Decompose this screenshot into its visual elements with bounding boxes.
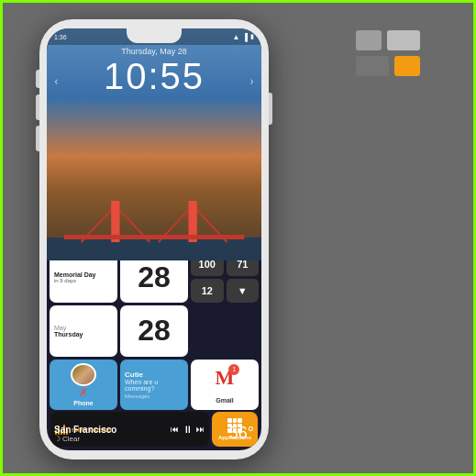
apps-dot-3 (238, 418, 242, 423)
phone-mockup: 1:36 ▲ ▐ ▮ (39, 19, 269, 459)
phone-app-widget[interactable]: ✗ Phone (50, 360, 117, 410)
gmail-badge: 1 (228, 364, 239, 375)
bridge-illustration (47, 196, 261, 260)
month-day-widget[interactable]: May Thursday (50, 305, 117, 356)
stat-widget-4[interactable]: ▼ (227, 279, 260, 303)
day-number: 28 (138, 260, 171, 294)
message-text: When are u comming? (125, 379, 183, 392)
contact-avatar (71, 363, 96, 386)
day-number-2: 28 (138, 314, 171, 348)
city-label: San Francisco (54, 425, 116, 435)
notch (127, 28, 182, 43)
status-left: 1:36 (54, 34, 67, 40)
volume-up-button (36, 70, 39, 88)
stat-4-value: ▼ (238, 285, 248, 296)
svg-rect-0 (47, 238, 261, 260)
side-button (269, 93, 272, 125)
app-logo (356, 30, 448, 104)
date-display: Thursday, May 28 (47, 47, 261, 56)
day-label: Thursday (54, 331, 113, 338)
message-sender: Cutie (125, 371, 183, 379)
gmail-icon-wrap: M 1 (216, 366, 235, 390)
date-number-widget-2[interactable]: 28 (120, 305, 188, 356)
messages-app-widget[interactable]: Cutie When are u comming? Messages (120, 360, 188, 410)
left-arrow-icon[interactable]: ‹ (54, 74, 59, 89)
empty-cell (191, 305, 259, 356)
condition-label: ☽ Clear (54, 435, 116, 443)
messages-app-label: Messages (125, 393, 183, 399)
month-label: May (54, 325, 113, 331)
stat-3-value: 12 (202, 285, 213, 296)
logo-block-2 (387, 30, 420, 50)
widget-grid: Memorial Day in 9 days 28 100 71 12 ▼ (50, 252, 259, 410)
logo-block-1 (356, 30, 382, 50)
missed-call-icon: ✗ (79, 386, 88, 400)
wifi-icon: ▲ (232, 33, 239, 41)
right-arrow-icon[interactable]: › (249, 74, 254, 89)
status-time: 1:36 (54, 34, 67, 40)
apps-dot-1 (227, 418, 232, 423)
signal-icon: ▐ (242, 33, 248, 41)
phone-screen: 1:36 ▲ ▐ ▮ (47, 28, 261, 450)
volume-down-button (36, 94, 39, 120)
logo-block-4 (394, 56, 420, 76)
power-button (36, 126, 39, 151)
nav-arrows: ‹ › (47, 74, 261, 89)
event-sub: in 9 days (54, 278, 113, 283)
stat-widget-3[interactable]: 12 (191, 279, 224, 303)
gmail-app-label: Gmail (216, 397, 233, 404)
apps-dot-2 (233, 418, 238, 423)
status-right: ▲ ▐ ▮ (232, 33, 254, 41)
svg-rect-7 (64, 235, 245, 239)
phone-app-label: Phone (73, 400, 93, 406)
temperature-display: 56° (229, 424, 254, 443)
gmail-app-widget[interactable]: M 1 Gmail (191, 360, 259, 410)
location-temp-widget: San Francisco ☽ Clear 56° (54, 424, 254, 443)
moon-icon: ☽ (54, 435, 61, 443)
event-name: Memorial Day (54, 271, 113, 278)
logo-block-3 (356, 56, 389, 76)
battery-icon: ▮ (250, 33, 254, 40)
